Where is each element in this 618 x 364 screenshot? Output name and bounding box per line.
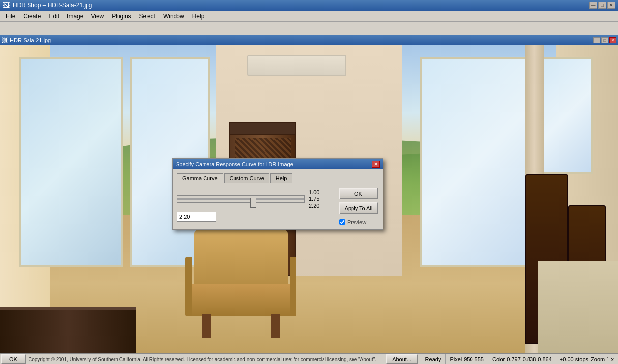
- maximize-button[interactable]: □: [598, 2, 606, 9]
- menu-edit[interactable]: Edit: [45, 12, 63, 21]
- inner-close-button[interactable]: ✕: [609, 37, 616, 43]
- inner-title-controls: — □ ✕: [593, 37, 616, 43]
- menu-view[interactable]: View: [87, 12, 108, 21]
- pixel-cell: Pixel 950 555: [446, 354, 488, 364]
- color-g: 0.838: [523, 356, 536, 362]
- menu-create[interactable]: Create: [19, 12, 45, 21]
- ac-unit: [247, 55, 346, 76]
- dialog-title: Specify Camera Response Curve for LDR Im…: [176, 161, 293, 167]
- cabinet-top: [229, 122, 296, 135]
- status-cells: Ready Pixel 950 555 Color 0.797 0.838 0.…: [420, 354, 618, 364]
- tab-custom-curve[interactable]: Custom Curve: [224, 173, 269, 183]
- chair-leg-right: [271, 314, 280, 337]
- preset-values: 1.00 1.75 2.20: [309, 189, 319, 209]
- pixel-label: Pixel: [450, 356, 462, 362]
- table-right: [538, 261, 618, 353]
- menu-select[interactable]: Select: [135, 12, 159, 21]
- inner-window-title: 🖼 HDR-Sala-21.jpg: [2, 37, 51, 44]
- dialog-content: Gamma Curve Custom Curve Help 1.00 1.75 …: [173, 169, 383, 229]
- main-area: 🖼 HDR-Sala-21.jpg — □ ✕: [0, 35, 618, 353]
- preset-3: 2.20: [309, 203, 319, 209]
- color-label: Color: [492, 356, 505, 362]
- app-icon: 🖼: [3, 1, 10, 9]
- inner-title-bar: 🖼 HDR-Sala-21.jpg — □ ✕: [0, 35, 618, 45]
- table-left: [0, 307, 136, 353]
- tab-gamma-curve[interactable]: Gamma Curve: [177, 173, 223, 183]
- chair-arm-left: [185, 257, 192, 316]
- preset-1: 1.00: [309, 189, 319, 195]
- apply-to-all-button[interactable]: Apply To All: [339, 202, 378, 214]
- tab-help[interactable]: Help: [270, 173, 293, 183]
- app-title: HDR Shop – HDR-Sala-21.jpg: [13, 2, 92, 9]
- inner-window-icon: 🖼: [2, 37, 8, 44]
- slider-row: 1.00 1.75 2.20: [177, 189, 335, 209]
- preview-label: Preview: [347, 219, 366, 225]
- window-glass-3: [422, 59, 530, 265]
- dialog-right-panel: OK Apply To All Preview: [339, 173, 379, 225]
- zoom-cell: +0.00 stops, Zoom 1 x: [556, 354, 618, 364]
- pixel-y: 555: [475, 356, 484, 362]
- app-status-bar: OK Copyright © 2001, University of South…: [0, 353, 618, 364]
- window-frame-3: [420, 57, 531, 267]
- copyright-text: Copyright © 2001, University of Southern…: [26, 357, 386, 362]
- ok-button[interactable]: OK: [339, 188, 378, 199]
- inner-minimize-button[interactable]: —: [593, 37, 600, 43]
- zoom-text: +0.00 stops, Zoom 1 x: [560, 356, 614, 362]
- about-button[interactable]: About...: [386, 354, 418, 364]
- menu-file[interactable]: File: [2, 12, 19, 21]
- color-b: 0.864: [538, 356, 552, 362]
- minimize-button[interactable]: —: [589, 2, 597, 9]
- menu-window[interactable]: Window: [159, 12, 188, 21]
- window-glass-1: [21, 59, 122, 265]
- close-button[interactable]: ✕: [607, 2, 615, 9]
- dialog-title-bar: Specify Camera Response Curve for LDR Im…: [173, 159, 383, 169]
- window-frame-1: [19, 57, 124, 267]
- ok-status-button[interactable]: OK: [1, 354, 26, 364]
- preset-2: 1.75: [309, 196, 319, 202]
- title-controls: — □ ✕: [589, 2, 615, 9]
- color-cell: Color 0.797 0.838 0.864: [488, 354, 556, 364]
- preview-row: Preview: [339, 219, 379, 225]
- gamma-input-row: [177, 212, 335, 222]
- title-bar: 🖼 HDR Shop – HDR-Sala-21.jpg — □ ✕: [0, 0, 618, 11]
- ready-cell: Ready: [420, 354, 446, 364]
- inner-window-label: HDR-Sala-21.jpg: [10, 37, 51, 43]
- ready-text: Ready: [425, 356, 441, 362]
- chair-leg-left: [202, 314, 211, 337]
- chair-seat: [191, 284, 291, 316]
- image-area: Specify Camera Response Curve for LDR Im…: [0, 45, 618, 353]
- title-bar-left: 🖼 HDR Shop – HDR-Sala-21.jpg: [3, 1, 92, 9]
- tab-strip: Gamma Curve Custom Curve Help: [177, 173, 335, 183]
- gamma-slider[interactable]: [177, 195, 305, 203]
- menu-bar: File Create Edit Image View Plugins Sele…: [0, 11, 618, 22]
- gamma-input-field[interactable]: [177, 212, 216, 222]
- window-frame-4: [538, 57, 593, 174]
- menu-image[interactable]: Image: [63, 12, 87, 21]
- dialog-close-button[interactable]: ✕: [372, 161, 380, 168]
- inner-maximize-button[interactable]: □: [601, 37, 608, 43]
- menu-help[interactable]: Help: [188, 12, 208, 21]
- gamma-content: 1.00 1.75 2.20: [177, 187, 335, 224]
- menu-plugins[interactable]: Plugins: [108, 12, 135, 21]
- pixel-x: 950: [464, 356, 472, 362]
- dialog-left-panel: Gamma Curve Custom Curve Help 1.00 1.75 …: [177, 173, 335, 225]
- preview-checkbox[interactable]: [339, 219, 345, 225]
- armchair-base: [185, 230, 296, 337]
- chair-arm-right: [290, 257, 297, 316]
- window-glass-4: [540, 59, 591, 172]
- toolbar-area: [0, 22, 618, 35]
- dialog: Specify Camera Response Curve for LDR Im…: [172, 158, 383, 230]
- color-r: 0.797: [507, 356, 521, 362]
